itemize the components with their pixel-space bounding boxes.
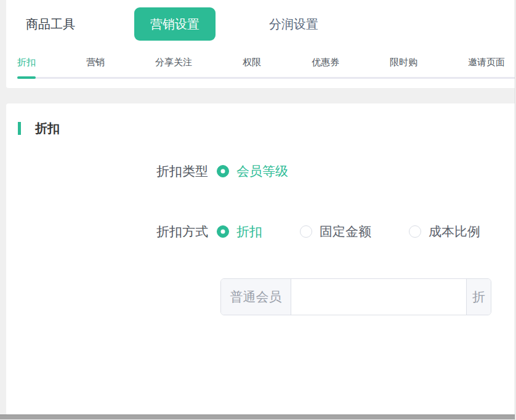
section-accent-bar	[18, 122, 21, 135]
radio-selected-icon	[217, 165, 229, 177]
radio-unselected-icon	[409, 225, 421, 238]
radio-discount-label: 折扣	[236, 225, 262, 238]
active-tab-underline	[17, 76, 36, 79]
discount-panel: 折扣 折扣类型 会员等级 折扣方式 折扣 固定金额 成本比例	[6, 103, 516, 415]
subtab-marketing[interactable]: 营销	[86, 57, 105, 68]
subtab-flash-sale[interactable]: 限时购	[390, 57, 417, 68]
input-suffix-label: 折	[466, 279, 491, 315]
subtab-permissions[interactable]: 权限	[243, 57, 261, 68]
subtab-coupons[interactable]: 优惠券	[312, 57, 339, 68]
sub-tab-bar: 折扣 营销 分享关注 权限 优惠券 限时购 邀请页面	[6, 48, 516, 76]
discount-method-row: 折扣方式 折扣 固定金额 成本比例	[6, 225, 516, 240]
radio-discount[interactable]: 折扣	[217, 225, 262, 238]
member-discount-input-group: 普通会员 折	[220, 278, 491, 315]
subtab-invite-page[interactable]: 邀请页面	[468, 57, 505, 68]
radio-fixed-amount[interactable]: 固定金额	[300, 225, 371, 238]
horizontal-scrollbar[interactable]	[0, 414, 516, 419]
discount-method-label: 折扣方式	[6, 225, 208, 238]
subtab-share-follow[interactable]: 分享关注	[155, 57, 192, 68]
radio-selected-icon	[217, 225, 229, 238]
discount-type-row: 折扣类型 会员等级	[6, 164, 516, 179]
radio-member-level-label: 会员等级	[236, 164, 288, 178]
section-title: 折扣	[18, 120, 60, 137]
marketing-settings-page: 商品工具 营销设置 分润设置 折扣 营销 分享关注 权限 优惠券 限时购 邀请页…	[0, 0, 516, 420]
subtab-discount[interactable]: 折扣	[17, 57, 36, 68]
tab-marketing-settings[interactable]: 营销设置	[134, 7, 216, 41]
top-tab-bar: 商品工具 营销设置 分润设置	[6, 0, 516, 48]
input-prefix-label: 普通会员	[221, 279, 291, 315]
radio-cost-ratio[interactable]: 成本比例	[409, 225, 480, 238]
radio-fixed-amount-label: 固定金额	[320, 225, 371, 238]
subtab-divider-line	[17, 77, 516, 79]
discount-value-input[interactable]	[291, 279, 466, 315]
radio-cost-ratio-label: 成本比例	[429, 225, 480, 238]
tabs-card: 商品工具 营销设置 分润设置 折扣 营销 分享关注 权限 优惠券 限时购 邀请页…	[6, 0, 516, 88]
discount-type-label: 折扣类型	[6, 164, 208, 178]
tab-profit-settings[interactable]: 分润设置	[269, 16, 318, 33]
tab-product-tools[interactable]: 商品工具	[26, 16, 75, 33]
section-title-text: 折扣	[35, 120, 60, 137]
radio-member-level[interactable]: 会员等级	[217, 164, 288, 178]
radio-unselected-icon	[300, 225, 312, 238]
